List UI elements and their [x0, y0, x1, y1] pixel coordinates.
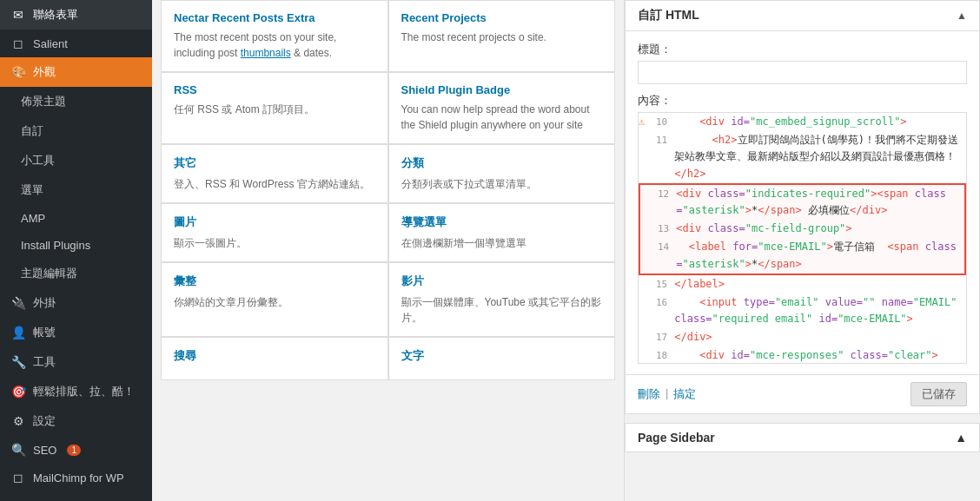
widget-description: 任何 RSS 或 Atom 訂閱項目。	[174, 102, 375, 117]
sidebar-item-menu[interactable]: 選單	[0, 175, 152, 205]
delete-link[interactable]: 刪除	[638, 386, 660, 402]
sidebar-item-account[interactable]: 👤 帳號	[0, 318, 152, 347]
widget-description: 顯示一個媒體庫、YouTube 或其它平台的影片。	[401, 294, 603, 326]
widget-title: 其它	[174, 155, 375, 171]
sidebar-item-seo[interactable]: 🔍 SEO 1	[0, 436, 152, 464]
custom-html-title: 自訂 HTML	[638, 8, 699, 23]
line-content: <div class="indicates-required"><span cl…	[676, 186, 964, 219]
warning-icon: ⚠	[639, 114, 645, 130]
widget-title: Recent Projects	[401, 11, 603, 24]
content-label: 內容：	[638, 93, 967, 109]
line-number: 17	[639, 329, 674, 346]
widget-card-other[interactable]: 其它 登入、RSS 和 WordPress 官方網站連結。	[161, 144, 388, 203]
widget-card-rss[interactable]: RSS 任何 RSS 或 Atom 訂閱項目。	[161, 72, 388, 144]
widget-title: 彙整	[174, 274, 375, 289]
line-content: </label>	[674, 276, 966, 293]
widget-title: 文字	[401, 348, 603, 364]
widget-title: Nectar Recent Posts Extra	[174, 11, 375, 24]
line-number: 13	[640, 221, 676, 237]
mailchimp-icon: ◻	[10, 471, 26, 485]
custom-html-panel-body: 標題： 內容： ⚠ 10 <div id="mc_embed_signup_sc…	[626, 31, 979, 374]
widget-list-area: Nectar Recent Posts Extra The most recen…	[152, 0, 624, 501]
sidebar-item-maillist[interactable]: ✉ 聯絡表單	[0, 0, 152, 30]
widget-grid: Nectar Recent Posts Extra The most recen…	[161, 0, 615, 380]
line-content: <input type="email" value="" name="EMAIL…	[674, 294, 966, 327]
line-number: 12	[640, 186, 676, 202]
right-panel: 自訂 HTML ▲ 標題： 內容： ⚠ 10 <div id="mc_embed…	[624, 0, 980, 501]
line-content: <div class="mc-field-group">	[676, 221, 964, 237]
sidebar-item-widgets[interactable]: 小工具	[0, 146, 152, 175]
code-line-15: 15 </label>	[639, 275, 966, 293]
code-line-18: 18 <div id="mce-responses" class="clear"…	[639, 346, 966, 364]
widget-title: 導覽選單	[401, 214, 603, 230]
title-input[interactable]	[638, 61, 967, 84]
appearance-icon: 🎨	[10, 65, 26, 79]
page-sidebar-title: Page Sidebar	[638, 431, 715, 445]
sidebar-item-themes[interactable]: 佈景主題	[0, 87, 152, 116]
sidebar-item-salient[interactable]: ◻ Salient	[0, 30, 152, 57]
main-content: Nectar Recent Posts Extra The most recen…	[152, 0, 980, 501]
widget-card-text[interactable]: 文字	[388, 337, 616, 380]
widget-title: 搜尋	[174, 348, 375, 364]
plugins-icon: 🔌	[10, 296, 26, 310]
line-number: 16	[639, 294, 674, 311]
footer-links: 刪除 | 搞定	[638, 386, 696, 402]
widget-title: 分類	[401, 155, 603, 171]
salient-icon: ◻	[10, 36, 26, 50]
custom-html-panel-footer: 刪除 | 搞定 已儲存	[626, 374, 979, 413]
widget-card-video[interactable]: 影片 顯示一個媒體庫、YouTube 或其它平台的影片。	[388, 262, 616, 337]
line-number: 15	[639, 276, 674, 293]
sidebar-item-mailchimp[interactable]: ◻ MailChimp for WP	[0, 464, 152, 491]
widget-card-nav-menu[interactable]: 導覽選單 在側邊欄新增一個導覽選單	[388, 203, 616, 262]
sidebar: ✉ 聯絡表單 ◻ Salient 🎨 外觀 佈景主題 自訂 小工具 選單 AMP…	[0, 0, 152, 501]
widget-description: 顯示一張圖片。	[174, 235, 375, 251]
sidebar-item-appearance[interactable]: 🎨 外觀	[0, 57, 152, 87]
sidebar-item-customize[interactable]: 自訂	[0, 116, 152, 146]
sidebar-item-theme-editor[interactable]: 主題編輯器	[0, 259, 152, 288]
code-editor[interactable]: ⚠ 10 <div id="mc_embed_signup_scroll"> 1…	[638, 112, 967, 364]
code-line-17: 17 </div>	[639, 328, 966, 346]
widget-description: 你網站的文章月份彙整。	[174, 294, 375, 310]
line-number: 18	[639, 347, 674, 364]
widget-card-recent-projects[interactable]: Recent Projects The most recent projects…	[388, 0, 616, 72]
widget-card-shield[interactable]: Shield Plugin Badge You can now help spr…	[388, 72, 616, 144]
sidebar-item-tools[interactable]: 🔧 工具	[0, 347, 152, 377]
sidebar-item-amp[interactable]: AMP	[0, 205, 152, 232]
code-line-13: 13 <div class="mc-field-group">	[640, 220, 964, 238]
sidebar-item-easy-layout[interactable]: 🎯 輕鬆排版、拉、酷！	[0, 377, 152, 406]
code-line-14: 14 <label for="mce-EMAIL">電子信箱 <span cla…	[640, 238, 964, 273]
thumbnails-link[interactable]: thumbnails	[241, 47, 291, 59]
sidebar-item-plugins[interactable]: 🔌 外掛	[0, 288, 152, 318]
line-content: <div id="mc_embed_signup_scroll">	[674, 114, 966, 130]
custom-html-panel: 自訂 HTML ▲ 標題： 內容： ⚠ 10 <div id="mc_embed…	[625, 0, 980, 414]
mail-icon: ✉	[10, 8, 26, 22]
widget-description: 登入、RSS 和 WordPress 官方網站連結。	[174, 176, 375, 192]
seo-badge: 1	[67, 445, 81, 456]
sidebar-item-settings[interactable]: ⚙ 設定	[0, 406, 152, 436]
widget-card-search[interactable]: 搜尋	[161, 337, 388, 380]
widget-description: 在側邊欄新增一個導覽選單	[401, 235, 603, 251]
sidebar-item-install-plugins[interactable]: Install Plugins	[0, 232, 152, 259]
done-link[interactable]: 搞定	[673, 386, 696, 402]
widget-title: 影片	[401, 274, 603, 289]
saved-button: 已儲存	[910, 382, 967, 406]
line-number: 10	[648, 114, 674, 130]
title-label: 標題：	[638, 42, 967, 57]
code-line-11: 11 <h2>立即訂閱鴿尚設計(鴿學苑)！我們將不定期發送架站教學文章、最新網站…	[639, 131, 966, 183]
custom-html-panel-header: 自訂 HTML ▲	[626, 1, 979, 31]
widget-description: The most recent projects o site.	[401, 30, 603, 45]
seo-icon: 🔍	[10, 443, 26, 457]
widget-card-nectar-recent-posts[interactable]: Nectar Recent Posts Extra The most recen…	[161, 0, 388, 72]
line-content: <div id="mce-responses" class="clear">	[674, 347, 966, 364]
page-sidebar-collapse-icon[interactable]: ▲	[955, 431, 967, 445]
separator: |	[665, 386, 668, 402]
widget-title: Shield Plugin Badge	[401, 83, 603, 96]
highlight-group: 12 <div class="indicates-required"><span…	[639, 183, 966, 275]
widget-card-archive[interactable]: 彙整 你網站的文章月份彙整。	[161, 262, 388, 337]
widget-card-image[interactable]: 圖片 顯示一張圖片。	[161, 203, 388, 262]
account-icon: 👤	[10, 326, 26, 339]
collapse-icon[interactable]: ▲	[957, 10, 967, 22]
widget-card-category[interactable]: 分類 分類列表或下拉式選單清單。	[388, 144, 616, 203]
settings-icon: ⚙	[10, 414, 26, 428]
widget-description: You can now help spread the word about t…	[401, 102, 603, 133]
